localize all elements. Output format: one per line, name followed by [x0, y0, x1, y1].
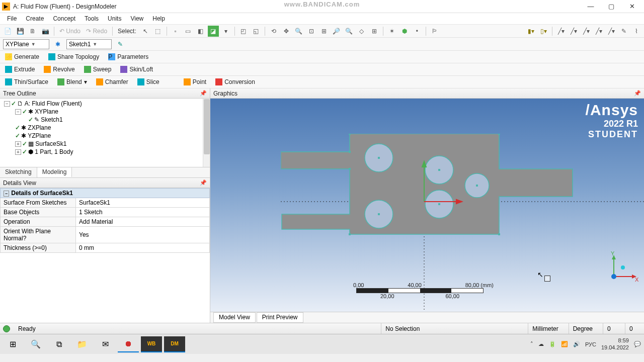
detail-val-orient[interactable]: Yes: [76, 227, 210, 243]
snapshot-icon[interactable]: 📷: [40, 26, 51, 37]
graphics-pin-icon[interactable]: 📌: [634, 90, 641, 97]
detail-val-thick[interactable]: 0 mm: [76, 243, 210, 253]
filter-face-icon[interactable]: ◧: [195, 26, 206, 37]
tray-clock[interactable]: 8:59 19.04.2022: [601, 337, 629, 350]
menu-help[interactable]: Help: [148, 14, 169, 23]
tray-volume-icon[interactable]: 🔊: [573, 341, 580, 347]
tray-onedrive-icon[interactable]: ☁: [538, 341, 544, 347]
tree-xyplane[interactable]: −✓✱ XYPlane: [0, 108, 210, 116]
sweep-button[interactable]: Sweep: [82, 65, 114, 74]
line5-icon[interactable]: ╱▾: [606, 26, 617, 37]
tray-wifi-icon[interactable]: 📶: [561, 341, 568, 347]
graphics-canvas[interactable]: /Ansys 2022 R1 STUDENT: [210, 99, 644, 312]
pin-icon[interactable]: 📌: [200, 90, 207, 97]
conversion-button[interactable]: Conversion: [213, 77, 257, 86]
tree-root[interactable]: −✓🗋 A: Fluid Flow (Fluent): [0, 100, 210, 108]
pan-icon[interactable]: ✥: [281, 26, 292, 37]
display-model-icon[interactable]: ⬢: [399, 26, 410, 37]
menu-create[interactable]: Create: [22, 14, 48, 23]
extend-icon[interactable]: ◰: [238, 26, 249, 37]
display-plane-icon[interactable]: ✶: [386, 26, 397, 37]
detail-val-base[interactable]: 1 Sketch: [76, 208, 210, 217]
line3-icon[interactable]: ╱▾: [581, 26, 592, 37]
search-icon[interactable]: 🔍: [25, 336, 46, 352]
line-icon[interactable]: ╱▾: [555, 26, 567, 37]
tab-modeling[interactable]: Modeling: [37, 167, 72, 177]
look-at-icon[interactable]: ⊞: [369, 26, 380, 37]
point-button[interactable]: Point: [182, 77, 208, 86]
zoom-undo-icon[interactable]: 🔎: [331, 26, 342, 37]
menu-concept[interactable]: Concept: [49, 14, 79, 23]
export-icon[interactable]: 🗎: [27, 26, 38, 37]
save-icon[interactable]: 💾: [15, 26, 26, 37]
filter-point-icon[interactable]: ▫: [170, 26, 181, 37]
bandicam-icon[interactable]: ⏺: [118, 336, 139, 352]
tray-battery-icon[interactable]: 🔋: [549, 341, 556, 347]
tree-yzplane[interactable]: ✓✱ YZPlane: [0, 132, 210, 140]
generate-button[interactable]: ⚡Generate: [3, 52, 41, 61]
tab-sketching[interactable]: Sketching: [0, 167, 37, 177]
thin-surface-button[interactable]: Thin/Surface: [3, 77, 50, 86]
line2-icon[interactable]: ╱▾: [568, 26, 579, 37]
menu-view[interactable]: View: [126, 14, 147, 23]
display-points-icon[interactable]: •: [412, 26, 423, 37]
tab-print-preview[interactable]: Print Preview: [257, 312, 303, 323]
tray-chevron-icon[interactable]: ˄: [530, 341, 533, 347]
new-icon[interactable]: 📄: [2, 26, 13, 37]
slice-button[interactable]: Slice: [135, 77, 162, 86]
zoom-fit-icon[interactable]: ⊞: [318, 26, 330, 37]
line4-icon[interactable]: ╱▾: [593, 26, 604, 37]
ruler2-icon[interactable]: ▯▾: [538, 26, 549, 37]
detail-val-op[interactable]: Add Material: [76, 217, 210, 227]
explorer-icon[interactable]: 📁: [71, 336, 93, 352]
zoom-icon[interactable]: 🔍: [293, 26, 304, 37]
filter-dropdown-icon[interactable]: ▾: [220, 26, 231, 37]
rotate-icon[interactable]: ⟲: [268, 26, 279, 37]
axis-triad[interactable]: X Y: [604, 251, 639, 288]
close-button[interactable]: ✕: [622, 1, 642, 13]
redo-button[interactable]: ↷ Redo: [84, 28, 109, 35]
tab-model-view[interactable]: Model View: [213, 312, 256, 323]
line6-icon[interactable]: ✎: [618, 26, 629, 37]
extrude-button[interactable]: Extrude: [3, 65, 37, 74]
tree-surfacesk1[interactable]: +✓▦ SurfaceSk1: [0, 140, 210, 148]
start-button[interactable]: ⊞: [2, 336, 23, 352]
filter-body-icon[interactable]: ◪: [208, 26, 219, 37]
ruler-icon[interactable]: ▮▾: [525, 26, 536, 37]
select-arrow-icon[interactable]: ↖: [140, 26, 151, 37]
menu-units[interactable]: Units: [104, 14, 125, 23]
workbench-icon[interactable]: WB: [141, 336, 162, 352]
select-box-icon[interactable]: ⬚: [152, 26, 164, 37]
taskview-icon[interactable]: ⧉: [48, 336, 69, 352]
mail-icon[interactable]: ✉: [95, 336, 116, 352]
revolve-button[interactable]: Revolve: [42, 65, 76, 74]
menu-tools[interactable]: Tools: [80, 14, 103, 23]
zoom-box-icon[interactable]: ⊡: [306, 26, 317, 37]
new-plane-icon[interactable]: ✱: [52, 39, 63, 50]
blend-button[interactable]: Blend ▾: [55, 77, 89, 86]
chamfer-button[interactable]: Chamfer: [94, 77, 130, 86]
designmodeler-icon[interactable]: DM: [164, 336, 185, 352]
minimize-button[interactable]: —: [581, 1, 601, 13]
tree-part[interactable]: +✓⬢ 1 Part, 1 Body: [0, 148, 210, 156]
tree-zxplane[interactable]: ✓✱ ZXPlane: [0, 124, 210, 132]
share-topology-button[interactable]: Share Topology: [46, 52, 101, 61]
extend2-icon[interactable]: ◱: [251, 26, 262, 37]
undo-button[interactable]: ↶ Undo: [57, 28, 83, 35]
iso-icon[interactable]: ◇: [356, 26, 367, 37]
tree-sketch1[interactable]: ✓✎ Sketch1: [0, 116, 210, 124]
skin-loft-button[interactable]: Skin/Loft: [118, 65, 155, 74]
tray-lang[interactable]: РУС: [585, 341, 596, 347]
plane-dropdown[interactable]: XYPlane▼: [3, 39, 49, 49]
sketch-dropdown[interactable]: Sketch1▼: [66, 39, 112, 49]
line7-icon[interactable]: ⌇: [631, 26, 642, 37]
details-pin-icon[interactable]: 📌: [200, 179, 207, 186]
new-sketch-icon[interactable]: ✎: [115, 39, 126, 50]
maximize-button[interactable]: ▢: [601, 1, 621, 13]
goto-icon[interactable]: 🏳: [429, 26, 440, 37]
magnify-icon[interactable]: 🔍: [344, 26, 355, 37]
menu-file[interactable]: File: [3, 14, 21, 23]
detail-val-surface[interactable]: SurfaceSk1: [76, 198, 210, 208]
parameters-button[interactable]: PParameters: [106, 52, 150, 61]
filter-edge-icon[interactable]: ▭: [183, 26, 194, 37]
